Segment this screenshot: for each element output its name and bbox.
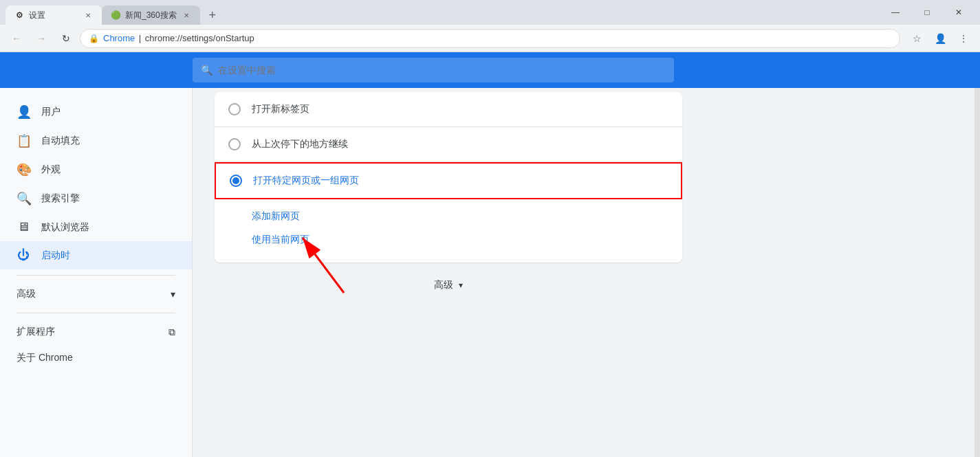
advanced-label: 高级	[434, 279, 453, 291]
users-icon: 👤	[17, 104, 30, 120]
add-page-link[interactable]: 添加新网页	[252, 205, 668, 228]
radio-specific-inner	[232, 177, 239, 184]
search-icon: 🔍	[17, 191, 30, 206]
content-area: 启动时 打开新标签页 从上次停下的地方继续 打开特定网页或一组网页	[193, 52, 974, 457]
radio-specific[interactable]	[230, 175, 242, 187]
advanced-arrow-icon: ▾	[459, 280, 463, 290]
sidebar-item-default-browser[interactable]: 🖥 默认浏览器	[0, 213, 192, 241]
tab-news360[interactable]: 🟢 新闻_360搜索 ✕	[102, 5, 200, 25]
url-brand: Chrome	[103, 33, 135, 43]
profile-icon[interactable]: 👤	[929, 27, 951, 49]
url-display: Chrome | chrome://settings/onStartup	[103, 33, 891, 43]
url-path: chrome://settings/onStartup	[145, 33, 254, 43]
sidebar-label-about: 关于 Chrome	[17, 352, 73, 364]
sidebar-divider-1	[17, 275, 175, 276]
address-box[interactable]: 🔒 Chrome | chrome://settings/onStartup	[80, 29, 900, 48]
sidebar-label-extensions: 扩展程序	[17, 326, 55, 338]
close-button[interactable]: ✕	[943, 1, 974, 23]
sub-options: 添加新网页 使用当前网页	[215, 199, 682, 263]
window-controls: — □ ✕	[880, 1, 974, 23]
sidebar-label-advanced: 高级	[17, 288, 36, 300]
startup-icon: ⏻	[17, 248, 30, 263]
use-current-link[interactable]: 使用当前网页	[252, 228, 668, 252]
options-card: 打开新标签页 从上次停下的地方继续 打开特定网页或一组网页 添加新网页 使用	[215, 92, 682, 263]
option-row-continue[interactable]: 从上次停下的地方继续	[215, 127, 682, 162]
titlebar: ⚙ 设置 ✕ 🟢 新闻_360搜索 ✕ + — □ ✕	[0, 0, 980, 25]
sidebar-label-autofill: 自动填充	[41, 135, 80, 147]
sidebar-item-users[interactable]: 👤 用户	[0, 98, 192, 126]
external-link-icon: ⧉	[168, 326, 175, 338]
appearance-icon: 🎨	[17, 162, 30, 177]
sidebar-label-users: 用户	[41, 106, 61, 118]
sidebar-label-default-browser: 默认浏览器	[41, 221, 89, 234]
advanced-chevron-icon: ▾	[171, 289, 175, 300]
bookmark-icon[interactable]: ☆	[906, 27, 928, 49]
sidebar-item-about[interactable]: 关于 Chrome	[0, 345, 192, 371]
menu-icon[interactable]: ⋮	[952, 27, 974, 49]
search-box[interactable]: 🔍	[193, 58, 674, 82]
sidebar-item-advanced[interactable]: 高级 ▾	[0, 281, 192, 307]
back-button[interactable]: ←	[6, 27, 28, 49]
news-tab-label: 新闻_360搜索	[125, 10, 177, 21]
tab-settings[interactable]: ⚙ 设置 ✕	[6, 5, 102, 25]
sidebar-label-search: 搜索引擎	[41, 192, 80, 205]
settings-tab-favicon: ⚙	[14, 10, 25, 21]
sidebar: 设置 👤 用户 📋 自动填充 🎨 外观 🔍 搜索引擎 🖥 默认浏览器 ⏻ 启动时	[0, 52, 193, 457]
option-label-continue: 从上次停下的地方继续	[252, 138, 348, 151]
option-row-specific[interactable]: 打开特定网页或一组网页	[216, 164, 681, 198]
sidebar-item-extensions[interactable]: 扩展程序 ⧉	[0, 319, 192, 345]
settings-tab-close[interactable]: ✕	[83, 10, 94, 21]
maximize-button[interactable]: □	[911, 1, 943, 23]
option-row-specific-wrapper: 打开特定网页或一组网页	[215, 162, 682, 199]
radio-new-tab[interactable]	[228, 103, 241, 115]
sidebar-item-search[interactable]: 🔍 搜索引擎	[0, 184, 192, 213]
forward-button[interactable]: →	[30, 27, 52, 49]
main-layout: 设置 👤 用户 📋 自动填充 🎨 外观 🔍 搜索引擎 🖥 默认浏览器 ⏻ 启动时	[0, 52, 980, 457]
autofill-icon: 📋	[17, 133, 30, 148]
search-bar-container: 🔍	[0, 52, 980, 88]
search-magnifier-icon: 🔍	[201, 65, 213, 76]
tab-strip: ⚙ 设置 ✕ 🟢 新闻_360搜索 ✕ +	[6, 0, 880, 25]
refresh-button[interactable]: ↻	[55, 27, 77, 49]
sidebar-item-startup[interactable]: ⏻ 启动时	[0, 241, 192, 269]
settings-tab-label: 设置	[29, 10, 78, 21]
sidebar-label-startup: 启动时	[41, 249, 70, 262]
search-input[interactable]	[218, 65, 666, 76]
option-row-new-tab[interactable]: 打开新标签页	[215, 92, 682, 127]
toolbar-icons: ☆ 👤 ⋮	[906, 27, 974, 49]
advanced-section: 高级 ▾	[215, 279, 682, 291]
scrollbar[interactable]	[974, 52, 980, 457]
new-tab-button[interactable]: +	[203, 5, 222, 25]
minimize-button[interactable]: —	[880, 1, 911, 23]
lock-icon: 🔒	[89, 34, 99, 43]
sidebar-divider-2	[17, 313, 175, 313]
news-tab-favicon: 🟢	[110, 10, 121, 21]
option-label-specific: 打开特定网页或一组网页	[253, 175, 359, 187]
radio-continue[interactable]	[228, 138, 241, 151]
sidebar-label-appearance: 外观	[41, 164, 61, 176]
default-browser-icon: 🖥	[17, 220, 30, 234]
news-tab-close[interactable]: ✕	[181, 10, 192, 21]
sidebar-item-autofill[interactable]: 📋 自动填充	[0, 126, 192, 155]
addressbar: ← → ↻ 🔒 Chrome | chrome://settings/onSta…	[0, 25, 980, 52]
option-label-new-tab: 打开新标签页	[252, 103, 309, 115]
sidebar-item-appearance[interactable]: 🎨 外观	[0, 155, 192, 184]
